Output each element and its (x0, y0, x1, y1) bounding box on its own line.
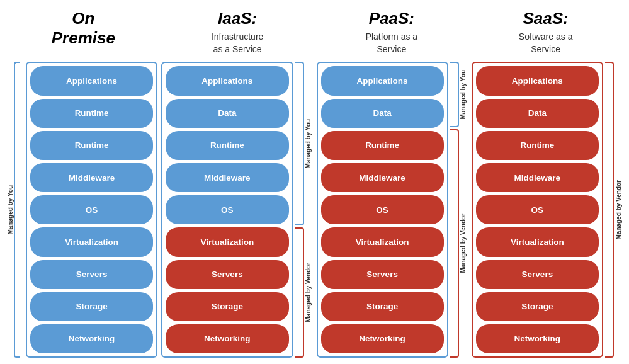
block-servers-iaas: Servers (166, 260, 288, 289)
top-bracket-line-paas (450, 62, 459, 127)
top-bracket-text-iaas: Managed by You (304, 62, 313, 225)
header-title-saas: SaaS: (470, 9, 621, 28)
top-bracket-iaas: Managed by You (295, 62, 313, 225)
right-bracket-saas: Managed by Vendor (605, 62, 623, 358)
bottom-bracket-line-paas (450, 129, 459, 358)
block-virtualization-on-premise: Virtualization (30, 227, 153, 256)
left-bracket-line-on-premise (14, 62, 20, 358)
block-networking-on-premise: Networking (30, 324, 153, 353)
block-middleware-paas: Middleware (321, 163, 444, 192)
block-data-iaas: Data (166, 99, 288, 128)
block-networking-iaas: Networking (166, 324, 288, 353)
block-virtualization-paas: Virtualization (321, 227, 444, 256)
block-runtime-paas: Runtime (321, 131, 444, 160)
block-networking-saas: Networking (476, 324, 599, 353)
block-applications-saas: Applications (476, 66, 599, 95)
top-bracket-paas: Managed by You (450, 62, 468, 127)
block-applications-iaas: Applications (166, 66, 288, 95)
header-paas: PaaS: Platform as aService (315, 6, 469, 58)
block-os-paas: OS (321, 195, 444, 224)
column-iaas: Applications Data Runtime Middleware OS … (161, 62, 312, 358)
headers-row: OnPremise IaaS: Infrastructureas a Servi… (6, 6, 623, 58)
label-managed-by-you-paas: Managed by You (460, 70, 467, 120)
block-servers-saas: Servers (476, 260, 599, 289)
bottom-bracket-paas: Managed by Vendor (450, 129, 468, 358)
block-servers-on-premise: Servers (30, 260, 153, 289)
header-subtitle-iaas: Infrastructureas a Service (162, 31, 314, 55)
block-data-paas: Data (321, 99, 444, 128)
header-title-on-premise: OnPremise (8, 9, 159, 48)
block-middleware-iaas: Middleware (166, 163, 288, 192)
right-bracket-text-saas: Managed by Vendor (614, 62, 623, 358)
header-on-premise: OnPremise (6, 6, 161, 58)
header-title-paas: PaaS: (316, 9, 468, 28)
bottom-bracket-line-iaas (295, 227, 304, 358)
block-os-on-premise: OS (30, 195, 153, 224)
right-brackets-paas: Managed by You Managed by Vendor (450, 62, 468, 358)
main-container: OnPremise IaaS: Infrastructureas a Servi… (0, 0, 629, 364)
label-managed-by-vendor-iaas: Managed by Vendor (305, 263, 312, 322)
block-storage-iaas: Storage (166, 292, 288, 321)
top-bracket-line-iaas (295, 62, 304, 225)
block-runtime1-on-premise: Runtime (30, 99, 153, 128)
header-iaas: IaaS: Infrastructureas a Service (161, 6, 315, 58)
block-storage-paas: Storage (321, 292, 444, 321)
block-applications-paas: Applications (321, 66, 444, 95)
top-bracket-text-paas: Managed by You (459, 62, 468, 127)
block-data-saas: Data (476, 99, 599, 128)
blocks-on-premise: Applications Runtime Runtime Middleware … (26, 62, 157, 358)
label-managed-by-vendor-paas: Managed by Vendor (460, 213, 467, 273)
block-runtime2-on-premise: Runtime (30, 131, 153, 160)
header-title-iaas: IaaS: (162, 9, 314, 28)
block-os-saas: OS (476, 195, 599, 224)
blocks-saas: Applications Data Runtime Middleware OS … (472, 62, 603, 358)
block-runtime-saas: Runtime (476, 131, 599, 160)
header-saas: SaaS: Software as aService (468, 6, 623, 58)
right-bracket-line-saas (605, 62, 614, 358)
columns-row: Managed by You Applications Runtime Runt… (6, 62, 623, 358)
left-label-on-premise: Managed by You (7, 185, 14, 235)
header-subtitle-saas: Software as aService (470, 31, 621, 55)
block-storage-saas: Storage (476, 292, 599, 321)
block-os-iaas: OS (166, 195, 288, 224)
block-networking-paas: Networking (321, 324, 444, 353)
column-on-premise: Managed by You Applications Runtime Runt… (6, 62, 157, 358)
left-bracket-on-premise: Managed by You (6, 62, 24, 358)
column-saas: Applications Data Runtime Middleware OS … (472, 62, 623, 358)
block-applications-on-premise: Applications (30, 66, 153, 95)
block-runtime-iaas: Runtime (166, 131, 288, 160)
bottom-bracket-text-paas: Managed by Vendor (459, 129, 468, 358)
block-virtualization-saas: Virtualization (476, 227, 599, 256)
blocks-iaas: Applications Data Runtime Middleware OS … (161, 62, 293, 358)
blocks-paas: Applications Data Runtime Middleware OS … (317, 62, 448, 358)
header-subtitle-paas: Platform as aService (316, 31, 468, 55)
left-bracket-text-on-premise: Managed by You (6, 62, 14, 358)
bottom-bracket-iaas: Managed by Vendor (295, 227, 313, 358)
bottom-bracket-text-iaas: Managed by Vendor (304, 227, 313, 358)
label-managed-by-vendor-saas: Managed by Vendor (615, 180, 622, 239)
block-storage-on-premise: Storage (30, 292, 153, 321)
column-paas: Applications Data Runtime Middleware OS … (317, 62, 468, 358)
block-virtualization-iaas: Virtualization (166, 227, 288, 256)
block-middleware-on-premise: Middleware (30, 163, 153, 192)
right-brackets-iaas: Managed by You Managed by Vendor (295, 62, 313, 358)
block-middleware-saas: Middleware (476, 163, 599, 192)
label-managed-by-you-iaas: Managed by You (305, 119, 312, 169)
block-servers-paas: Servers (321, 260, 444, 289)
